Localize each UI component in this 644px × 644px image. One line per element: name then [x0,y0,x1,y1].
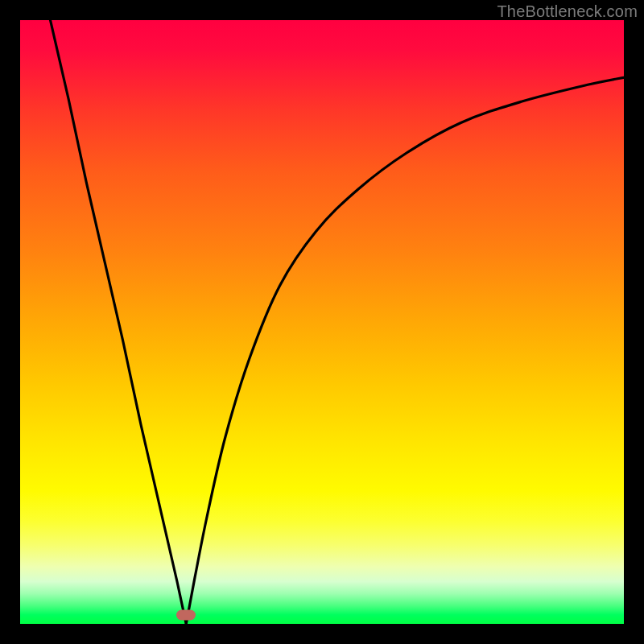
minimum-marker-pill [176,609,196,620]
outer-frame: TheBottleneck.com [0,0,644,644]
plot-area [20,20,624,624]
background-gradient [20,20,624,624]
watermark-text: TheBottleneck.com [497,2,638,21]
